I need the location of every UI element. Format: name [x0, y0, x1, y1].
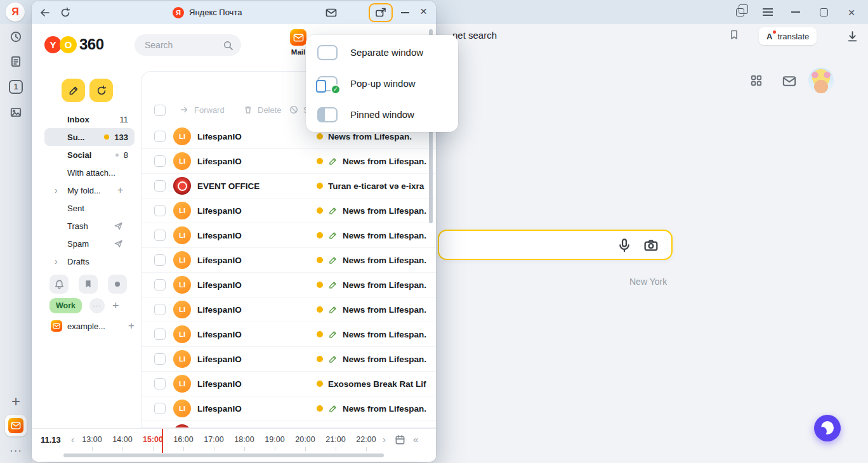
timeline-hour[interactable]: 20:00: [290, 435, 320, 444]
account-row[interactable]: example... +: [51, 320, 135, 332]
add-label-button[interactable]: +: [112, 299, 119, 313]
history-icon[interactable]: [0, 30, 32, 43]
image-search-icon[interactable]: [643, 238, 659, 253]
new-tab-button[interactable]: +: [0, 393, 32, 410]
bookmarks-filter-button[interactable]: [79, 275, 98, 294]
message-row[interactable]: LI LifespanIO News from Lifespan.: [141, 223, 436, 248]
message-row[interactable]: LI LifespanIO Exosomes Break Rat Lif: [141, 372, 436, 396]
notes-icon[interactable]: [0, 55, 32, 68]
message-checkbox[interactable]: [154, 304, 166, 315]
voice-search-icon[interactable]: [617, 238, 632, 253]
message-row[interactable]: [141, 421, 436, 428]
mail-shortcut-icon[interactable]: [326, 7, 337, 18]
reload-icon[interactable]: [60, 7, 71, 18]
add-folder-icon[interactable]: +: [117, 185, 123, 195]
message-checkbox[interactable]: [154, 180, 166, 192]
message-checkbox[interactable]: [154, 353, 166, 365]
window-mode-option[interactable]: ✓ Pop-up window: [306, 68, 458, 99]
tabs-overview-icon[interactable]: [733, 8, 746, 16]
unread-filter-button[interactable]: [108, 275, 127, 294]
folder-item[interactable]: Social 8: [44, 146, 135, 164]
folder-item[interactable]: › Drafts: [44, 252, 135, 270]
add-account-button[interactable]: +: [128, 320, 135, 332]
message-checkbox[interactable]: [154, 279, 166, 290]
message-row[interactable]: LI LifespanIO News from Lifespan.: [141, 199, 436, 223]
notifications-filter-button[interactable]: [49, 275, 69, 294]
window-maximize-button[interactable]: [817, 8, 830, 16]
timeline-hour[interactable]: 22:00: [351, 435, 381, 444]
forward-button[interactable]: Forward: [180, 105, 225, 115]
message-checkbox[interactable]: [154, 403, 166, 414]
back-icon[interactable]: [39, 7, 51, 18]
empty-folder-icon[interactable]: [114, 221, 123, 231]
address-bar-text[interactable]: net search: [452, 30, 497, 41]
collapse-timeline-icon[interactable]: «: [413, 434, 418, 445]
window-mode-option[interactable]: Pinned window: [306, 99, 458, 130]
message-checkbox[interactable]: [154, 155, 166, 167]
folder-item[interactable]: › My fold... +: [44, 181, 135, 199]
timeline-hour[interactable]: 15:00: [138, 435, 168, 444]
downloads-icon[interactable]: [846, 30, 858, 42]
timeline-hour[interactable]: 17:00: [199, 435, 229, 444]
folder-item[interactable]: Su... 133: [44, 128, 135, 146]
message-row[interactable]: LI LifespanIO News from Lifespan.: [141, 297, 436, 322]
window-minimize-button[interactable]: [789, 11, 802, 13]
timeline-hour[interactable]: 18:00: [229, 435, 260, 444]
more-labels-button[interactable]: ···: [89, 298, 105, 313]
message-checkbox[interactable]: [154, 230, 166, 241]
mail-search-input[interactable]: [145, 40, 214, 50]
alice-assistant-button[interactable]: [814, 415, 841, 441]
window-mode-option[interactable]: Separate window: [306, 37, 458, 68]
select-all-checkbox[interactable]: [154, 105, 166, 116]
gallery-icon[interactable]: [0, 106, 32, 119]
search-box[interactable]: [438, 230, 673, 260]
timeline-next-icon[interactable]: ›: [383, 434, 386, 445]
message-row[interactable]: LI LifespanIO News from Lifespan.: [141, 149, 436, 174]
horizontal-scrollbar[interactable]: [63, 453, 384, 457]
message-row[interactable]: LI LifespanIO News from Lifespan.: [141, 273, 436, 297]
folder-item[interactable]: Spam: [44, 235, 135, 252]
chevron-right-icon[interactable]: ›: [55, 256, 58, 266]
folder-item[interactable]: Trash: [44, 217, 135, 235]
mail-icon[interactable]: [782, 74, 796, 88]
window-mode-button[interactable]: [369, 3, 393, 22]
check-mail-button[interactable]: [89, 79, 113, 102]
yandex-browser-logo[interactable]: Я: [6, 3, 25, 22]
message-row[interactable]: EVENT OFFICE Turan e-ticarət və e-ixra: [141, 174, 436, 199]
translate-button[interactable]: A translate: [759, 27, 817, 45]
message-checkbox[interactable]: [154, 378, 166, 389]
timeline-hour[interactable]: 19:00: [260, 435, 290, 444]
mail-search-bar[interactable]: [135, 34, 241, 56]
empty-folder-icon[interactable]: [114, 239, 123, 249]
folder-item[interactable]: Sent: [44, 199, 135, 217]
message-row[interactable]: LI LifespanIO News from Lifespan.: [141, 396, 436, 421]
bookmark-flag-icon[interactable]: [728, 29, 740, 41]
work-label-tag[interactable]: Work: [49, 298, 82, 313]
window-close-button[interactable]: ×: [845, 6, 858, 18]
message-checkbox[interactable]: [154, 131, 166, 142]
yandex-mail-app-icon[interactable]: [5, 415, 27, 436]
chevron-right-icon[interactable]: ›: [55, 185, 58, 195]
delete-button[interactable]: Delete: [243, 105, 282, 115]
services-grid-icon[interactable]: [750, 74, 763, 87]
popup-close-button[interactable]: ×: [420, 4, 427, 18]
popup-minimize-button[interactable]: [401, 12, 409, 13]
timeline-hour[interactable]: 16:00: [168, 435, 199, 444]
timeline-prev-icon[interactable]: ‹: [71, 434, 74, 445]
message-checkbox[interactable]: [154, 329, 166, 340]
message-checkbox[interactable]: [154, 205, 166, 216]
message-row[interactable]: LI LifespanIO News from Lifespan.: [141, 322, 436, 347]
timeline-hour[interactable]: 14:00: [107, 435, 138, 444]
message-checkbox[interactable]: [154, 254, 166, 266]
timeline-hour[interactable]: 21:00: [320, 435, 351, 444]
compose-button[interactable]: [62, 79, 85, 102]
folder-item[interactable]: Inbox 11: [44, 110, 135, 128]
calendar-icon[interactable]: [395, 434, 405, 445]
folder-item[interactable]: With attach...: [44, 164, 135, 181]
tab-counter-badge[interactable]: 1: [0, 80, 32, 94]
timeline-hour[interactable]: 13:00: [77, 435, 107, 444]
user-avatar[interactable]: [808, 68, 834, 93]
message-row[interactable]: LI LifespanIO News from Lifespan.: [141, 347, 436, 372]
message-row[interactable]: LI LifespanIO News from Lifespan.: [141, 248, 436, 273]
more-apps-icon[interactable]: ···: [0, 445, 32, 457]
